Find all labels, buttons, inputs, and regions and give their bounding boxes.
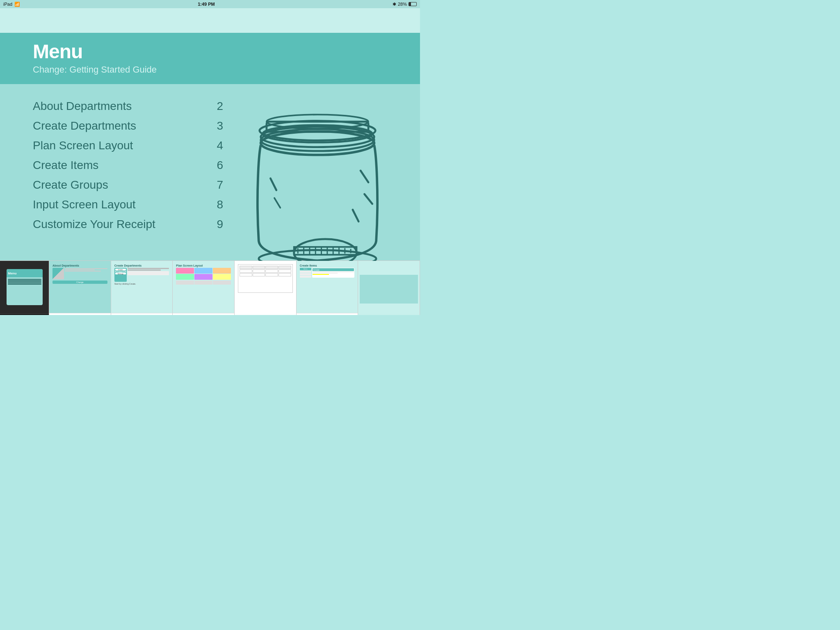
jar-illustration [240, 92, 395, 260]
thumbnail-6[interactable]: Create Items Items Create [297, 261, 358, 315]
status-bar: iPad 📶 1:49 PM ✱ 28% [0, 0, 420, 8]
thumbnail-2[interactable]: About Departments Change About Departmen… [49, 261, 111, 315]
thumbnail-7[interactable]: 7 [358, 261, 420, 315]
toc-item-5[interactable]: Input Screen Layout 8 [33, 195, 240, 215]
wifi-icon: 📶 [14, 2, 20, 7]
svg-line-12 [270, 178, 276, 190]
thumbnail-5[interactable]: 5 [235, 261, 297, 315]
toc-label-1: Create Departments [33, 119, 136, 132]
toc-item-0[interactable]: About Departments 2 [33, 96, 240, 116]
toc-number-2: 4 [217, 139, 223, 152]
battery-icon [409, 2, 417, 6]
top-strip [0, 8, 420, 33]
main-content: About Departments 2 Create Departments 3… [0, 84, 420, 260]
thumbnail-1[interactable]: Menu Menu How to quickly add your items … [0, 261, 49, 315]
bluetooth-icon: ✱ [393, 2, 396, 7]
toc-number-0: 2 [217, 100, 223, 113]
battery-label: 28% [398, 2, 407, 7]
toc-number-1: 3 [217, 119, 223, 132]
toc-label-3: Create Items [33, 159, 98, 172]
toc-label-2: Plan Screen Layout [33, 139, 133, 152]
toc-item-3[interactable]: Create Items 6 [33, 155, 240, 175]
page-title: Menu [33, 40, 387, 63]
svg-line-10 [365, 194, 372, 204]
device-label: iPad [3, 2, 12, 7]
toc-label-6: Customize Your Receipt [33, 218, 155, 231]
header: Menu Change: Getting Started Guide [0, 33, 420, 84]
thumbnail-3[interactable]: Create Departments Create Edit Settings … [111, 261, 173, 315]
toc-number-3: 6 [217, 159, 223, 172]
toc-item-2[interactable]: Plan Screen Layout 4 [33, 136, 240, 155]
toc-label-5: Input Screen Layout [33, 198, 136, 211]
table-of-contents: About Departments 2 Create Departments 3… [33, 92, 240, 260]
toc-number-5: 8 [217, 198, 223, 211]
page-subtitle: Change: Getting Started Guide [33, 64, 387, 75]
svg-line-13 [274, 198, 280, 208]
thumbnail-4[interactable]: Plan Screen Layout Plan Screen Layout [173, 261, 235, 315]
svg-line-11 [353, 210, 358, 221]
toc-item-1[interactable]: Create Departments 3 [33, 116, 240, 136]
status-left: iPad 📶 [3, 2, 20, 7]
thumbnail-strip: Menu Menu How to quickly add your items … [0, 260, 420, 315]
toc-number-4: 7 [217, 178, 223, 192]
toc-label-4: Create Groups [33, 178, 108, 192]
toc-number-6: 9 [217, 218, 223, 231]
toc-item-6[interactable]: Customize Your Receipt 9 [33, 215, 240, 234]
svg-line-9 [361, 171, 368, 183]
status-right: ✱ 28% [393, 2, 417, 7]
status-time: 1:49 PM [198, 2, 215, 7]
toc-item-4[interactable]: Create Groups 7 [33, 175, 240, 195]
toc-label-0: About Departments [33, 100, 132, 113]
